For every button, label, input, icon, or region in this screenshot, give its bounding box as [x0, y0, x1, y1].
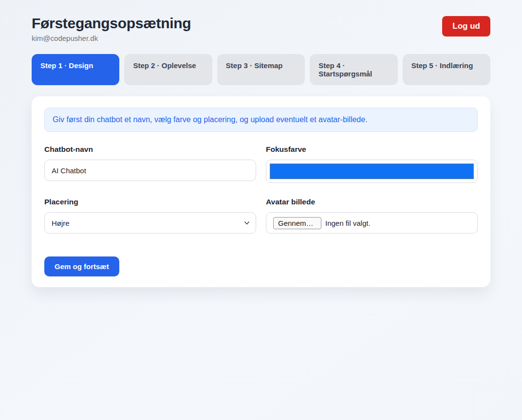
setup-page: Førstegangsopsætning kim@codepusher.dk L…	[0, 0, 522, 287]
placement-label: Placering	[44, 198, 256, 206]
page-title: Førstegangsopsætning	[32, 15, 191, 32]
tab-step-5-indlaering[interactable]: Step 5 · Indlæring	[403, 54, 490, 85]
design-form: Chatbot-navn Fokusfarve Placering Højre	[44, 145, 478, 234]
focus-color-input[interactable]	[266, 160, 478, 183]
header-title-block: Førstegangsopsætning kim@codepusher.dk	[32, 15, 191, 42]
tab-step-3-sitemap[interactable]: Step 3 · Sitemap	[217, 54, 305, 85]
step-tabs: Step 1 · Design Step 2 · Oplevelse Step …	[32, 54, 490, 85]
focus-color-swatch	[270, 164, 474, 179]
design-step-card: Giv først din chatbot et navn, vælg farv…	[32, 96, 490, 287]
save-continue-button[interactable]: Gem og fortsæt	[44, 256, 119, 276]
placement-select[interactable]: Højre	[44, 212, 256, 234]
avatar-field-group: Avatar billede Gennemse… Ingen fil valgt…	[266, 198, 478, 234]
placement-select-wrap: Højre	[44, 212, 256, 234]
tab-step-1-design[interactable]: Step 1 · Design	[32, 54, 119, 85]
avatar-label: Avatar billede	[266, 198, 478, 206]
page-header: Førstegangsopsætning kim@codepusher.dk L…	[32, 15, 490, 42]
chatbot-name-field-group: Chatbot-navn	[44, 145, 256, 183]
tab-step-4-startspoergsmaal[interactable]: Step 4 · Startspørgsmål	[310, 54, 397, 85]
tab-step-2-oplevelse[interactable]: Step 2 · Oplevelse	[124, 54, 212, 85]
logout-button[interactable]: Log ud	[442, 16, 490, 37]
chatbot-name-label: Chatbot-navn	[44, 145, 256, 154]
focus-color-field-group: Fokusfarve	[266, 145, 478, 183]
browse-button[interactable]: Gennemse…	[273, 217, 321, 229]
user-email: kim@codepusher.dk	[32, 34, 191, 42]
info-banner: Giv først din chatbot et navn, vælg farv…	[44, 108, 478, 132]
placement-field-group: Placering Højre	[44, 198, 256, 234]
avatar-file-input[interactable]: Gennemse… Ingen fil valgt.	[266, 212, 478, 234]
focus-color-label: Fokusfarve	[266, 145, 478, 154]
chatbot-name-input[interactable]	[44, 160, 256, 181]
file-status-text: Ingen fil valgt.	[325, 219, 371, 227]
